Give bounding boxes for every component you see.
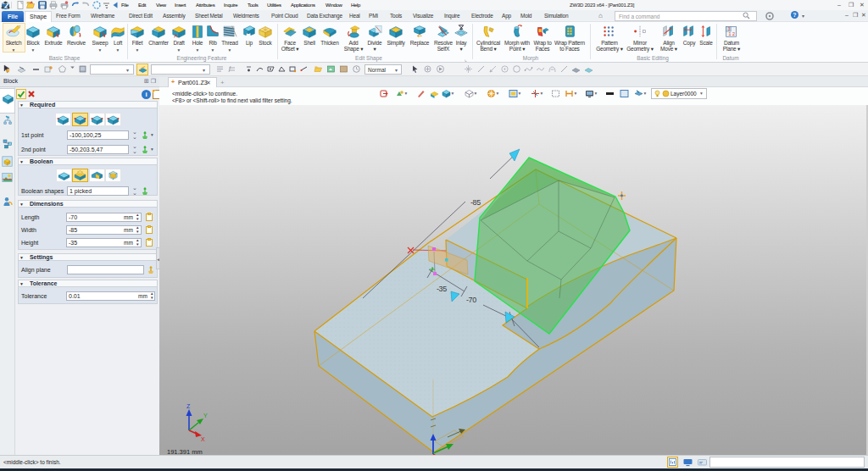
- svg-text:191.391 mm: 191.391 mm: [167, 448, 203, 455]
- svg-text:-85: -85: [470, 198, 481, 207]
- svg-text:-70: -70: [466, 296, 476, 304]
- svg-text:Y: Y: [203, 413, 208, 418]
- svg-text:X: X: [201, 436, 205, 442]
- svg-text:1 2: 1 2: [728, 31, 734, 36]
- svg-text:-35: -35: [437, 285, 447, 293]
- svg-text:Z: Z: [186, 403, 191, 409]
